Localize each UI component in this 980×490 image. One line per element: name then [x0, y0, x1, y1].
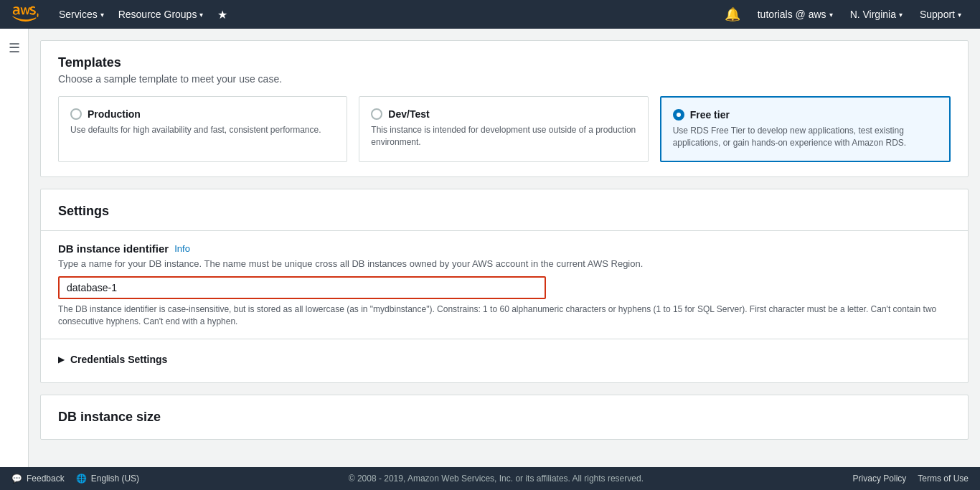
user-label: tutorials @ aws: [758, 9, 826, 20]
footer-copyright: © 2008 - 2019, Amazon Web Services, Inc.…: [349, 473, 644, 484]
credentials-divider: [41, 339, 968, 339]
language-selector[interactable]: 🌐 English (US): [76, 473, 139, 484]
db-identifier-info-link[interactable]: Info: [174, 243, 190, 254]
settings-title: Settings: [58, 204, 951, 219]
region-chevron-icon: ▾: [899, 11, 903, 19]
settings-divider: [41, 230, 968, 231]
template-production-desc: Use defaults for high availability and f…: [70, 124, 335, 136]
region-menu[interactable]: N. Virginia ▾: [843, 0, 910, 29]
footer-links: Privacy Policy Terms of Use: [853, 473, 969, 484]
aws-logo[interactable]: [11, 6, 40, 23]
template-freetier-label: Free tier: [690, 109, 730, 121]
template-devtest[interactable]: Dev/Test This instance is intended for d…: [359, 96, 648, 162]
notifications-bell-icon[interactable]: 🔔: [717, 6, 748, 22]
credentials-expandable[interactable]: ▶ Credentials Settings: [58, 351, 951, 368]
terms-of-use-link[interactable]: Terms of Use: [918, 473, 969, 484]
page-layout: ☰ Templates Choose a sample template to …: [0, 29, 980, 467]
feedback-label: Feedback: [27, 473, 65, 484]
template-freetier-desc: Use RDS Free Tier to develop new applica…: [673, 125, 938, 149]
db-identifier-desc: Type a name for your DB instance. The na…: [58, 258, 951, 270]
templates-card: Templates Choose a sample template to me…: [40, 40, 969, 177]
template-options-group: Production Use defaults for high availab…: [58, 96, 951, 162]
language-label: English (US): [91, 473, 139, 484]
user-menu[interactable]: tutorials @ aws ▾: [750, 0, 840, 29]
db-size-title: DB instance size: [58, 410, 951, 425]
template-freetier[interactable]: Free tier Use RDS Free Tier to develop n…: [660, 96, 951, 162]
language-icon: 🌐: [76, 473, 87, 484]
feedback-icon: 💬: [11, 473, 22, 484]
services-nav[interactable]: Services ▾: [52, 0, 111, 29]
support-chevron-icon: ▾: [958, 11, 961, 19]
region-label: N. Virginia: [850, 9, 896, 20]
template-freetier-header: Free tier: [673, 109, 938, 121]
services-label: Services: [59, 9, 98, 20]
support-menu[interactable]: Support ▾: [913, 0, 969, 29]
template-devtest-desc: This instance is intended for developmen…: [371, 124, 636, 149]
feedback-button[interactable]: 💬 Feedback: [11, 473, 65, 484]
db-size-card: DB instance size: [40, 395, 969, 440]
resource-groups-nav[interactable]: Resource Groups ▾: [111, 0, 211, 29]
template-production-radio[interactable]: [70, 108, 82, 120]
db-identifier-hint: The DB instance identifier is case-insen…: [58, 303, 951, 328]
template-devtest-radio[interactable]: [371, 108, 382, 120]
db-identifier-input[interactable]: [58, 276, 546, 299]
nav-right: 🔔 tutorials @ aws ▾ N. Virginia ▾ Suppor…: [717, 0, 969, 29]
template-devtest-label: Dev/Test: [388, 108, 429, 120]
main-content: Templates Choose a sample template to me…: [29, 29, 980, 467]
footer: 💬 Feedback 🌐 English (US) © 2008 - 2019,…: [0, 467, 980, 490]
template-production-label: Production: [88, 108, 141, 120]
template-production-header: Production: [70, 108, 335, 120]
user-chevron-icon: ▾: [829, 11, 833, 19]
bookmarks-nav[interactable]: ★: [210, 8, 235, 22]
templates-subtitle: Choose a sample template to meet your us…: [58, 73, 951, 85]
db-identifier-label-row: DB instance identifier Info: [58, 242, 951, 255]
credentials-label: Credentials Settings: [70, 354, 167, 365]
sidebar-menu-icon[interactable]: ☰: [3, 34, 26, 62]
sidebar: ☰: [0, 29, 29, 467]
top-navigation: Services ▾ Resource Groups ▾ ★ 🔔 tutoria…: [0, 0, 980, 29]
template-production[interactable]: Production Use defaults for high availab…: [58, 96, 347, 162]
templates-title: Templates: [58, 55, 951, 70]
privacy-policy-link[interactable]: Privacy Policy: [853, 473, 907, 484]
template-freetier-radio[interactable]: [673, 109, 684, 121]
expand-arrow-icon: ▶: [58, 354, 65, 364]
services-chevron-icon: ▾: [100, 11, 104, 19]
support-label: Support: [920, 9, 955, 20]
db-identifier-label: DB instance identifier: [58, 242, 169, 255]
db-identifier-field: DB instance identifier Info Type a name …: [58, 242, 951, 328]
settings-card: Settings DB instance identifier Info Typ…: [40, 189, 969, 384]
resource-groups-label: Resource Groups: [118, 9, 197, 20]
resource-groups-chevron-icon: ▾: [199, 11, 203, 19]
template-devtest-header: Dev/Test: [371, 108, 636, 120]
